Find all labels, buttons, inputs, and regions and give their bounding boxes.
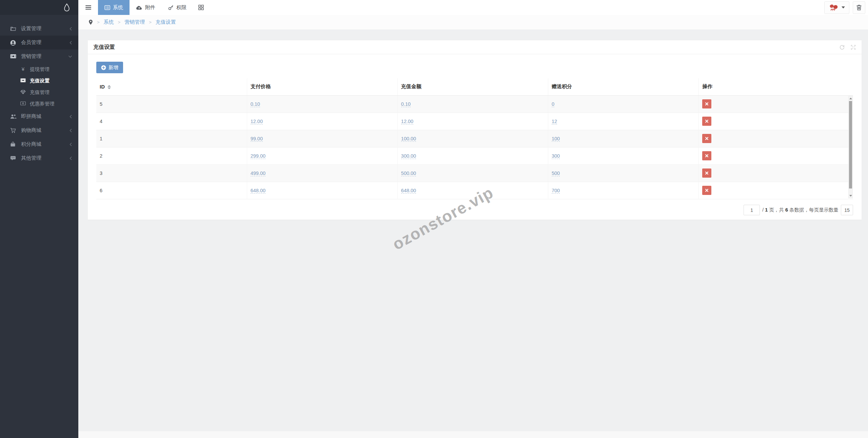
breadcrumb: > 系统 > 营销管理 > 充值设置 [78,15,868,29]
table-container: ID 支付价格 充值金额 赠送积分 操作 5 0.10 0.10 0 [96,78,853,199]
sidebar-item-label: 充值设置 [30,78,72,84]
breadcrumb-separator: > [118,20,121,25]
scroll-up-arrow-icon[interactable] [849,96,852,101]
sidebar-item-label: 积分商城 [21,141,70,147]
column-header-points: 赠送积分 [548,78,698,95]
card-tools [839,44,856,50]
sidebar-item-label: 优惠券管理 [30,101,72,107]
editable-points[interactable]: 0 [552,101,554,107]
yen-icon: ¥ [20,67,26,72]
user-menu-button[interactable] [824,1,849,14]
pagination-text: / 1 页，共 6 条数据，每页显示数量 [762,207,839,213]
sort-icon[interactable] [107,85,111,89]
hamburger-icon [85,4,91,11]
table-header-row: ID 支付价格 充值金额 赠送积分 操作 [96,78,853,95]
cell-id: 6 [96,182,247,199]
breadcrumb-link-recharge-settings[interactable]: 充值设置 [156,19,176,25]
column-header-id[interactable]: ID [96,78,247,95]
sidebar-toggle-button[interactable] [78,0,98,15]
editable-amount[interactable]: 100.00 [401,136,416,142]
folder-icon [10,26,16,32]
apps-grid-button[interactable] [193,0,209,15]
sidebar-item-marketing[interactable]: 营销管理 [0,49,78,63]
sidebar-item-other-manage[interactable]: 其他管理 [0,151,78,165]
editable-price[interactable]: 12.00 [251,119,263,124]
tab-system[interactable]: 系统 [98,0,130,15]
sidebar-item-settings[interactable]: 设置管理 [0,22,78,36]
delete-button[interactable] [702,151,711,160]
page-number-input[interactable] [744,205,760,215]
tab-attachments[interactable]: 附件 [130,0,162,15]
banknote-icon [20,78,26,83]
editable-price[interactable]: 499.00 [251,171,265,176]
editable-price[interactable]: 0.10 [251,101,260,107]
cloud-upload-icon [136,5,142,10]
refresh-icon[interactable] [839,44,845,50]
scroll-down-arrow-icon[interactable] [849,194,852,198]
sidebar-item-shopping-mall[interactable]: 购物商城 [0,123,78,137]
add-button[interactable]: 新增 [96,62,123,73]
table-row: 6 648.00 648.00 700 [96,182,853,199]
chevron-left-icon [70,27,72,31]
editable-amount[interactable]: 648.00 [401,188,416,194]
sidebar-logo-area [0,0,78,15]
sidebar-item-recharge-settings[interactable]: 充值设置 [0,75,78,86]
sidebar-item-recharge-manage[interactable]: 充值管理 [0,86,78,98]
sidebar-item-members[interactable]: 会员管理 [0,36,78,49]
editable-amount[interactable]: 300.00 [401,153,416,159]
recharge-settings-card: 充值设置 新增 [88,40,862,220]
delete-button[interactable] [702,117,711,126]
chevron-left-icon [70,128,72,133]
chevron-left-icon [70,156,72,160]
gem-icon [20,90,26,95]
delete-button[interactable] [702,134,711,143]
page-title: 充值设置 [93,44,115,51]
tab-label: 系统 [113,4,123,11]
key-icon [168,5,174,10]
cell-id: 4 [96,113,247,130]
total-records: 6 [785,207,788,213]
users-icon [10,114,16,119]
page-content: 充值设置 新增 [78,29,868,438]
tab-permissions[interactable]: 权限 [162,0,193,15]
grid-icon [198,5,204,10]
page-count: 1 [765,207,768,213]
breadcrumb-separator: > [149,20,152,25]
editable-points[interactable]: 700 [552,188,560,194]
plus-circle-icon [101,65,106,70]
chat-icon [10,156,16,161]
editable-points[interactable]: 100 [552,136,560,142]
editable-price[interactable]: 99.00 [251,136,263,142]
editable-amount[interactable]: 12.00 [401,119,413,124]
editable-amount[interactable]: 500.00 [401,171,416,176]
droplet-logo-icon [63,3,70,12]
table-row: 5 0.10 0.10 0 [96,95,853,113]
table-scrollbar[interactable] [848,96,853,198]
delete-button[interactable] [702,186,711,195]
delete-button[interactable] [702,168,711,178]
sidebar-item-points-mall[interactable]: 积分商城 [0,137,78,151]
table-row: 1 99.00 100.00 100 [96,130,853,147]
sidebar-item-withdraw[interactable]: ¥ 提现管理 [0,63,78,75]
editable-amount[interactable]: 0.10 [401,101,411,107]
card-body: 新增 ID 支付价格 充值金额 赠送积分 操作 [88,54,862,220]
page-size-input[interactable] [841,205,853,215]
editable-price[interactable]: 299.00 [251,153,265,159]
clear-cache-button[interactable] [853,1,865,14]
sidebar-item-group-mall[interactable]: 即拼商城 [0,109,78,123]
sidebar-item-coupons[interactable]: 优惠券管理 [0,98,78,109]
editable-points[interactable]: 500 [552,171,560,176]
editable-price[interactable]: 648.00 [251,188,265,194]
fullscreen-icon[interactable] [850,44,856,50]
breadcrumb-link-system[interactable]: 系统 [104,19,114,25]
table-row: 2 299.00 300.00 300 [96,147,853,164]
delete-button[interactable] [702,99,711,108]
sidebar: 设置管理 会员管理 营销管理 ¥ 提现管理 [0,0,78,438]
scrollbar-thumb[interactable] [849,101,852,188]
editable-points[interactable]: 12 [552,119,557,124]
sidebar-item-label: 购物商城 [21,127,70,134]
chevron-left-icon [70,41,72,45]
breadcrumb-link-marketing[interactable]: 营销管理 [124,19,145,25]
breadcrumb-separator: > [97,20,100,25]
editable-points[interactable]: 300 [552,153,560,159]
